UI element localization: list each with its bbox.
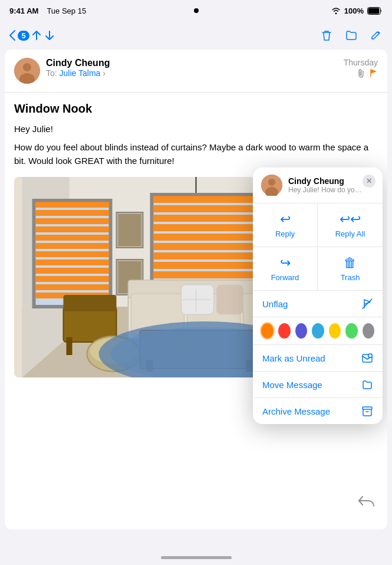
forward-button[interactable]: ↪ Forward xyxy=(253,247,318,290)
toolbar-right xyxy=(320,29,383,42)
color-green[interactable] xyxy=(345,323,357,339)
mark-unread-icon xyxy=(361,352,373,364)
reply-corner-icon xyxy=(358,492,375,510)
popup-close-button[interactable]: ✕ xyxy=(363,175,375,188)
svg-rect-77 xyxy=(363,407,372,409)
svg-rect-34 xyxy=(153,252,257,259)
reply-button[interactable]: ↩ Reply xyxy=(253,203,318,247)
home-indicator xyxy=(161,556,232,559)
svg-rect-13 xyxy=(35,202,110,208)
email-date: Thursday xyxy=(344,58,378,67)
svg-rect-32 xyxy=(153,234,257,241)
svg-rect-22 xyxy=(35,276,110,282)
email-greeting: Hey Julie! xyxy=(14,124,378,134)
trash-button[interactable]: 🗑 Trash xyxy=(318,247,383,290)
attachment-icon xyxy=(357,68,366,78)
trash-label: Trash xyxy=(341,273,360,282)
svg-rect-31 xyxy=(153,224,257,231)
compose-icon[interactable] xyxy=(370,29,383,42)
color-orange[interactable] xyxy=(261,323,274,339)
svg-rect-42 xyxy=(118,214,141,246)
archive-message-icon xyxy=(361,405,373,417)
svg-rect-21 xyxy=(35,268,110,274)
color-picker-row xyxy=(253,317,383,345)
reply-icon: ↩ xyxy=(280,212,291,227)
flag-icon xyxy=(368,68,378,78)
svg-rect-35 xyxy=(153,262,257,269)
back-button[interactable] xyxy=(9,30,15,41)
reply-hint xyxy=(358,492,375,512)
reply-all-icon: ↩↩ xyxy=(340,212,361,227)
color-gray[interactable] xyxy=(363,323,374,339)
svg-rect-36 xyxy=(153,271,257,278)
email-subject: Window Nook xyxy=(14,102,378,116)
svg-rect-20 xyxy=(35,259,110,265)
color-yellow[interactable] xyxy=(329,323,341,339)
svg-rect-30 xyxy=(153,215,257,222)
archive-message-action[interactable]: Archive Message xyxy=(253,398,383,424)
email-container: Cindy Cheung To: Julie Talma › Thursday … xyxy=(5,50,387,530)
reply-all-label: Reply All xyxy=(335,229,365,238)
svg-rect-18 xyxy=(35,243,110,249)
folder-icon[interactable] xyxy=(345,29,358,42)
move-message-icon xyxy=(361,379,373,390)
svg-rect-23 xyxy=(35,284,110,290)
popup-sender-name: Cindy Cheung xyxy=(288,176,374,186)
svg-rect-1 xyxy=(368,8,380,14)
move-message-action[interactable]: Move Message xyxy=(253,372,383,398)
color-blue[interactable] xyxy=(312,323,324,339)
battery-icon xyxy=(367,7,383,15)
email-header: Cindy Cheung To: Julie Talma › Thursday xyxy=(5,50,387,93)
up-arrow-icon[interactable] xyxy=(32,30,41,41)
email-status-icons xyxy=(344,68,378,78)
status-time: 9:41 AM xyxy=(9,6,38,15)
email-body-text: How do you feel about blinds instead of … xyxy=(14,141,378,167)
color-purple[interactable] xyxy=(295,323,307,339)
mark-unread-label: Mark as Unread xyxy=(262,353,325,363)
camera-notch xyxy=(194,8,199,13)
unflag-icon xyxy=(361,298,373,310)
status-bar: 9:41 AM Tue Sep 15 100% xyxy=(0,0,392,21)
svg-rect-14 xyxy=(35,210,110,216)
popup-avatar xyxy=(261,175,282,196)
unflag-action[interactable]: Unflag xyxy=(253,291,383,317)
sender-info: Cindy Cheung To: Julie Talma › xyxy=(46,58,338,78)
toolbar-left: 5 xyxy=(9,30,54,41)
recipient-name: Julie Talma xyxy=(60,68,101,78)
sender-to: To: Julie Talma › xyxy=(46,68,338,78)
move-message-label: Move Message xyxy=(262,380,322,390)
reply-label: Reply xyxy=(275,229,295,238)
svg-rect-51 xyxy=(217,285,243,314)
wifi-icon xyxy=(331,7,341,14)
archive-message-label: Archive Message xyxy=(262,406,330,416)
sender-name: Cindy Cheung xyxy=(46,58,338,68)
svg-rect-16 xyxy=(35,226,110,232)
svg-rect-17 xyxy=(35,235,110,241)
svg-rect-19 xyxy=(35,251,110,257)
email-action-popup: Cindy Cheung Hey Julie! How do you feel … xyxy=(253,167,383,424)
color-red[interactable] xyxy=(278,323,290,339)
svg-point-3 xyxy=(23,63,31,71)
mail-count-badge: 5 xyxy=(18,31,29,41)
svg-point-71 xyxy=(268,179,275,186)
svg-rect-28 xyxy=(153,196,257,203)
email-toolbar: 5 xyxy=(0,21,392,50)
status-date: Tue Sep 15 xyxy=(47,6,86,15)
trash-icon[interactable] xyxy=(320,29,333,42)
forward-label: Forward xyxy=(271,273,299,282)
email-meta: Thursday xyxy=(344,58,378,78)
svg-rect-64 xyxy=(67,337,73,355)
popup-sender-info: Cindy Cheung Hey Julie! How do you feel … xyxy=(288,176,374,194)
back-chevron-icon xyxy=(9,30,15,41)
battery-text: 100% xyxy=(344,6,364,15)
status-icons: 100% xyxy=(331,6,383,15)
svg-rect-15 xyxy=(35,218,110,224)
mark-unread-action[interactable]: Mark as Unread xyxy=(253,345,383,372)
sender-avatar xyxy=(14,58,40,84)
trash-action-icon: 🗑 xyxy=(344,255,357,271)
svg-rect-29 xyxy=(153,205,257,212)
reply-all-button[interactable]: ↩↩ Reply All xyxy=(318,203,383,247)
down-arrow-icon[interactable] xyxy=(45,30,54,41)
svg-rect-63 xyxy=(64,295,117,311)
action-grid: ↩ Reply ↩↩ Reply All ↪ Forward 🗑 Trash xyxy=(253,203,383,291)
